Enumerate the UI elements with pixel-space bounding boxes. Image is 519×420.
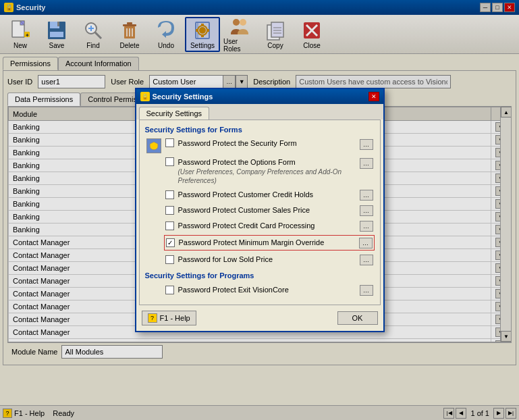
modal-footer: ? F1 - Help OK: [136, 308, 383, 331]
protect-credit-holds-checkbox[interactable]: [165, 190, 174, 199]
modal-body: Security Settings for Forms Password Pro…: [139, 120, 381, 305]
modal-title: Security Settings: [153, 93, 213, 101]
protect-credit-card-checkbox[interactable]: [165, 221, 174, 230]
forms-section-header: Security Settings for Forms: [145, 126, 375, 134]
protect-exit-label: Password Protect Exit VisionCore: [178, 285, 356, 294]
protect-low-sold-label: Password for Low Sold Price: [178, 255, 356, 264]
protect-security-form-ellipsis[interactable]: …: [360, 139, 373, 150]
protect-margin-override-ellipsis[interactable]: …: [359, 238, 373, 248]
protect-low-sold-ellipsis[interactable]: …: [360, 255, 373, 265]
protect-security-form-checkbox[interactable]: [165, 138, 174, 147]
protect-low-sold-checkbox[interactable]: [165, 255, 174, 264]
modal-icon: 🔒: [140, 92, 150, 101]
modal-ok-button[interactable]: OK: [337, 311, 378, 325]
protect-credit-card-label: Password Protect Credit Card Processing: [178, 221, 356, 230]
modal-help-label: F1 - Help: [160, 314, 190, 322]
protect-security-form-row: Password Protect the Security Form …: [145, 138, 375, 154]
protect-credit-holds-row: Password Protect Customer Credit Holds …: [164, 188, 375, 201]
programs-section-header: Security Settings for Programs: [145, 271, 375, 280]
protect-sales-price-label: Password Protect Customer Sales Price: [178, 205, 356, 215]
modal-overlay: 🔒 Security Settings ✕ Security Settings …: [0, 0, 519, 420]
protect-margin-override-row: ✓ Password Protect Minimum Margin Overri…: [164, 235, 375, 251]
protect-options-form-row: Password Protect the Options Form (User …: [164, 157, 375, 185]
modal-close-button[interactable]: ✕: [368, 92, 379, 101]
protect-margin-override-checkbox[interactable]: ✓: [166, 238, 175, 247]
protect-options-form-label: Password Protect the Options Form (User …: [178, 157, 356, 184]
modal-ok-label: OK: [352, 314, 363, 322]
protect-margin-override-label: Password Protect Minimum Margin Override: [179, 238, 355, 247]
help-btn-icon: ?: [148, 313, 157, 323]
protect-exit-ellipsis[interactable]: …: [360, 285, 373, 296]
protect-low-sold-row: Password for Low Sold Price …: [164, 253, 375, 266]
modal-help-button[interactable]: ? F1 - Help: [142, 311, 196, 325]
protect-sales-price-ellipsis[interactable]: …: [360, 205, 373, 216]
protect-credit-holds-ellipsis[interactable]: …: [360, 190, 373, 201]
modal-title-bar: 🔒 Security Settings ✕: [136, 89, 383, 104]
protect-credit-holds-label: Password Protect Customer Credit Holds: [178, 190, 356, 199]
protect-sales-price-checkbox[interactable]: [165, 206, 174, 215]
security-settings-modal: 🔒 Security Settings ✕ Security Settings …: [135, 88, 385, 332]
protect-security-form-label: Password Protect the Security Form: [178, 138, 356, 148]
protect-credit-card-row: Password Protect Credit Card Processing …: [164, 219, 375, 232]
protect-sales-price-row: Password Protect Customer Sales Price …: [164, 204, 375, 217]
protect-options-form-ellipsis[interactable]: …: [360, 158, 373, 169]
modal-tab-strip: Security Settings: [136, 104, 383, 120]
modal-tab-settings[interactable]: Security Settings: [139, 107, 210, 120]
protect-credit-card-ellipsis[interactable]: …: [360, 221, 373, 232]
protect-exit-checkbox[interactable]: [165, 286, 174, 294]
protect-options-form-checkbox[interactable]: [165, 157, 174, 166]
form-shield-icon: [146, 138, 161, 153]
protect-exit-row: Password Protect Exit VisionCore …: [164, 284, 375, 296]
